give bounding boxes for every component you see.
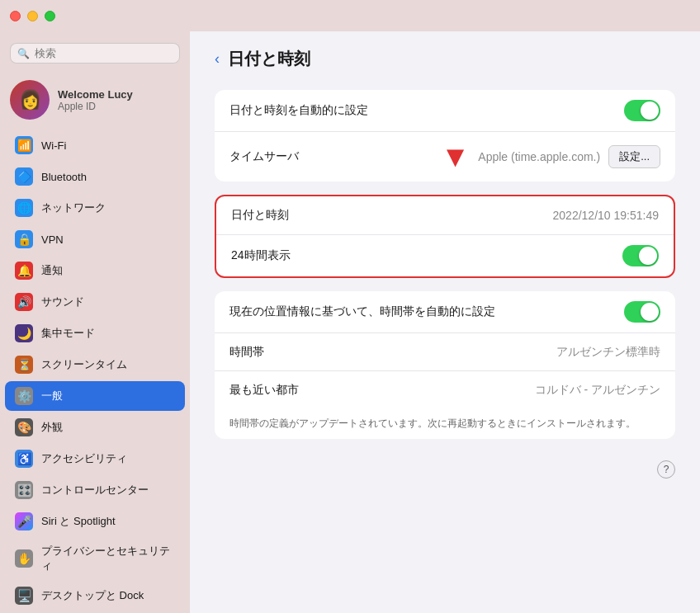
vpn-icon: 🔒 [15,230,33,248]
accessibility-icon: ♿ [15,450,33,468]
sidebar-item-sound[interactable]: 🔊 サウンド [5,287,185,317]
datetime-card: 日付と時刻 2022/12/10 19:51:49 24時間表示 [215,195,675,278]
auto-timezone-label: 現在の位置情報に基づいて、時間帯を自動的に設定 [229,304,495,319]
datetime-label: 日付と時刻 [231,208,289,223]
focus-icon: 🌙 [15,324,33,342]
sidebar: 🔍 👩 Welcome Lucy Apple ID 📶 Wi-Fi 🔷 Blue… [0,31,190,613]
auto-datetime-card: 日付と時刻を自動的に設定 タイムサーバ ▼ Apple (time.apple.… [215,90,675,182]
auto-datetime-row: 日付と時刻を自動的に設定 [215,90,675,131]
sidebar-item-siri[interactable]: 🎤 Siri と Spotlight [5,507,185,536]
siri-icon: 🎤 [15,512,33,530]
timezone-card: 現在の位置情報に基づいて、時間帯を自動的に設定 時間帯 アルゼンチン標準時 最も… [215,291,675,439]
red-arrow-annotation: ▼ [441,142,471,172]
nearest-city-row: 最も近い都市 コルドバ - アルゼンチン [215,370,675,408]
sidebar-item-label: Bluetooth [41,171,87,183]
titlebar [0,0,700,31]
nearest-city-label: 最も近い都市 [229,383,299,398]
notifications-icon: 🔔 [15,262,33,280]
main-content: ‹ 日付と時刻 日付と時刻を自動的に設定 タイムサーバ ▼ Apple (tim… [190,31,700,613]
apple-id-label: Apple ID [58,101,133,112]
timeserver-row: タイムサーバ ▼ Apple (time.apple.com.) 設定... [215,131,675,182]
search-icon: 🔍 [17,48,30,59]
content-header: ‹ 日付と時刻 [215,48,675,70]
datetime-value: 2022/12/10 19:51:49 [553,209,659,222]
sidebar-item-notifications[interactable]: 🔔 通知 [5,256,185,285]
sidebar-item-label: Siri と Spotlight [41,514,116,529]
sidebar-item-label: デスクトップと Dock [41,588,144,603]
timezone-label: 時間帯 [229,345,264,360]
sidebar-item-network[interactable]: 🌐 ネットワーク [5,193,185,223]
sidebar-item-label: コントロールセンター [41,483,149,497]
back-button[interactable]: ‹ [215,50,220,68]
sidebar-item-label: サウンド [41,295,84,309]
timeserver-settings-button[interactable]: 設定... [608,145,660,168]
auto-datetime-label: 日付と時刻を自動的に設定 [229,103,368,118]
search-bar[interactable]: 🔍 [10,43,180,64]
help-button[interactable]: ? [657,460,675,479]
sidebar-item-label: スクリーンタイム [41,357,127,372]
sidebar-item-vpn[interactable]: 🔒 VPN [5,224,185,254]
auto-datetime-toggle[interactable] [624,100,660,121]
24h-label: 24時間表示 [231,248,291,263]
app-body: 🔍 👩 Welcome Lucy Apple ID 📶 Wi-Fi 🔷 Blue… [0,31,700,613]
auto-timezone-row: 現在の位置情報に基づいて、時間帯を自動的に設定 [215,291,675,332]
apple-id-name: Welcome Lucy [58,88,133,101]
sidebar-item-desktop[interactable]: 🖥️ デスクトップと Dock [5,581,185,611]
general-icon: ⚙️ [15,387,33,405]
sidebar-item-label: アクセシビリティ [41,451,127,466]
search-input[interactable] [35,47,173,59]
sidebar-item-label: VPN [41,233,64,246]
screentime-icon: ⏳ [15,356,33,374]
24h-row: 24時間表示 [216,234,674,276]
sidebar-item-label: 集中モード [41,326,95,341]
sidebar-item-label: 外観 [41,420,63,435]
timeserver-value: Apple (time.apple.com.) [478,150,600,163]
minimize-button[interactable] [27,11,38,21]
bluetooth-icon: 🔷 [15,167,33,186]
sidebar-item-bluetooth[interactable]: 🔷 Bluetooth [5,162,185,191]
wifi-icon: 📶 [15,136,33,154]
sidebar-item-label: ネットワーク [41,200,106,215]
desktop-icon: 🖥️ [15,587,33,605]
sidebar-item-screentime[interactable]: ⏳ スクリーンタイム [5,350,185,380]
info-text: 時間帯の定義がアップデートされています。次に再起動するときにインストールされます… [215,408,675,439]
maximize-button[interactable] [45,11,55,21]
sound-icon: 🔊 [15,293,33,311]
sidebar-item-appearance[interactable]: 🎨 外観 [5,413,185,442]
sidebar-item-label: Wi-Fi [41,139,66,152]
controlcenter-icon: 🎛️ [15,481,33,499]
network-icon: 🌐 [15,199,33,217]
sidebar-item-label: 通知 [41,263,63,278]
sidebar-item-label: 一般 [41,389,63,403]
sidebar-item-wifi[interactable]: 📶 Wi-Fi [5,130,185,160]
sidebar-item-accessibility[interactable]: ♿ アクセシビリティ [5,444,185,474]
timezone-row: 時間帯 アルゼンチン標準時 [215,332,675,370]
avatar: 👩 [10,80,50,120]
sidebar-item-privacy[interactable]: ✋ プライバシーとセキュリティ [5,538,185,579]
24h-toggle[interactable] [622,245,659,266]
sidebar-item-general[interactable]: ⚙️ 一般 [5,381,185,411]
privacy-icon: ✋ [15,549,33,568]
timezone-value: アルゼンチン標準時 [556,345,660,360]
datetime-row: 日付と時刻 2022/12/10 19:51:49 [216,196,674,234]
sidebar-item-label: プライバシーとセキュリティ [41,544,175,573]
appearance-icon: 🎨 [15,418,33,436]
auto-timezone-toggle[interactable] [624,301,660,323]
sidebar-item-controlcenter[interactable]: 🎛️ コントロールセンター [5,475,185,505]
nearest-city-value: コルドバ - アルゼンチン [535,383,660,398]
timeserver-label: タイムサーバ [229,149,299,164]
page-title: 日付と時刻 [228,48,310,70]
apple-id-section[interactable]: 👩 Welcome Lucy Apple ID [0,73,190,130]
close-button[interactable] [10,11,21,21]
sidebar-item-focus[interactable]: 🌙 集中モード [5,318,185,348]
